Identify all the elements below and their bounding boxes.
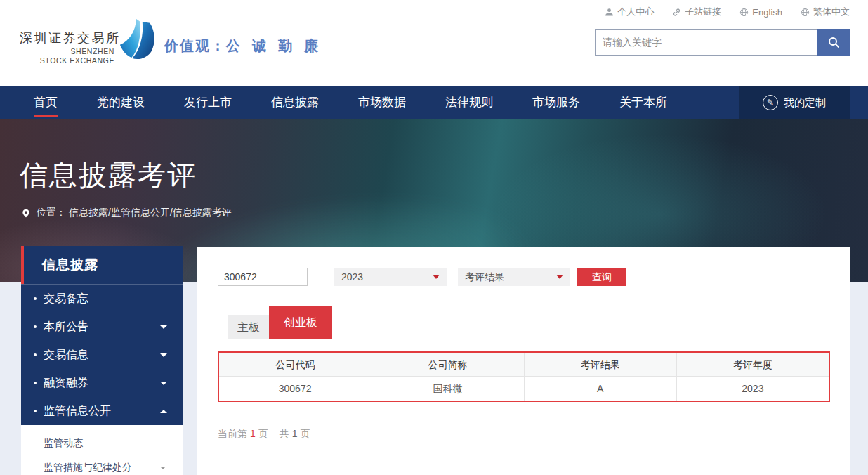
bullet-icon <box>34 410 37 412</box>
table-header-cell: 考评结果 <box>524 353 676 377</box>
table-cell: 300672 <box>219 377 371 401</box>
sidebar-item[interactable]: 本所公告 <box>21 313 183 341</box>
chevron-down-icon <box>160 325 167 329</box>
sidebar-item[interactable]: 监管信息公开 <box>21 397 183 425</box>
top-link-label: 繁体中文 <box>813 6 850 18</box>
sidebar-menu: 交易备忘本所公告交易信息融资融券监管信息公开 <box>21 284 183 425</box>
table-cell: 2023 <box>676 377 829 401</box>
top-link[interactable]: 个人中心 <box>605 6 654 18</box>
chevron-up-icon <box>160 410 167 413</box>
magnifier-icon <box>827 36 840 48</box>
result-table: 公司代码公司简称考评结果考评年度 300672国科微A2023 <box>218 351 830 402</box>
top-link-label: 个人中心 <box>617 6 654 18</box>
nav-item[interactable]: 市场数据 <box>358 86 406 119</box>
logo-en-line2: STOCK EXCHANGE <box>6 56 114 65</box>
site-search <box>595 29 850 56</box>
content-panel: 2023 考评结果 查询 公司代码公司简称考评结果考评年度 300672国科微A… <box>197 247 850 475</box>
search-button[interactable] <box>817 29 850 56</box>
pagination: 当前第1页共1页 <box>218 428 313 441</box>
sidebar: 信息披露 交易备忘本所公告交易信息融资融券监管信息公开 监管动态监管措施与纪律处… <box>21 246 183 475</box>
table-row: 300672国科微A2023 <box>219 377 829 401</box>
sidebar-subitem-label: 监管措施与纪律处分 <box>44 462 160 474</box>
top-link[interactable]: English <box>739 7 782 18</box>
bullet-icon <box>34 382 37 384</box>
chevron-down-icon <box>160 353 167 357</box>
breadcrumb-path[interactable]: 信息披露/监管信息公开/信息披露考评 <box>69 207 232 219</box>
my-customization-button[interactable]: ✎ 我的定制 <box>739 86 850 119</box>
table-cell: A <box>524 377 676 401</box>
chevron-down-icon <box>556 275 563 279</box>
sidebar-title: 信息披露 <box>21 246 183 284</box>
sidebar-item[interactable]: 交易备忘 <box>21 285 183 313</box>
logo-en-line1: SHENZHEN <box>6 47 114 56</box>
main-nav: 首页党的建设发行上市信息披露市场数据法律规则市场服务关于本所 ✎ 我的定制 <box>0 86 868 119</box>
keyword-search-input[interactable] <box>595 29 817 56</box>
nav-items: 首页党的建设发行上市信息披露市场数据法律规则市场服务关于本所 <box>0 86 868 119</box>
logo-en-text: SHENZHEN STOCK EXCHANGE <box>6 47 114 65</box>
location-pin-icon <box>21 207 31 219</box>
table-header-row: 公司代码公司简称考评结果考评年度 <box>219 353 829 377</box>
company-code-input[interactable] <box>218 268 308 286</box>
top-links: 个人中心子站链接English繁体中文 <box>605 6 850 18</box>
tab-active[interactable]: 创业板 <box>269 306 332 339</box>
customize-pencil-icon: ✎ <box>763 95 778 110</box>
result-select-value: 考评结果 <box>465 271 504 282</box>
sidebar-item[interactable]: 融资融券 <box>21 369 183 397</box>
sidebar-item-label: 监管信息公开 <box>44 404 160 419</box>
bullet-icon <box>34 325 37 328</box>
table-cell: 国科微 <box>371 377 523 401</box>
my-customization-label: 我的定制 <box>784 96 826 110</box>
pagination-text: 共 <box>280 428 289 439</box>
sidebar-subitem[interactable]: 监管动态 <box>21 431 183 455</box>
year-select-value: 2023 <box>341 271 363 282</box>
link-icon <box>672 8 681 17</box>
top-link[interactable]: 子站链接 <box>672 6 721 18</box>
nav-item[interactable]: 市场服务 <box>532 86 580 119</box>
page-title: 信息披露考评 <box>20 156 197 195</box>
current-page-number: 1 <box>250 428 256 439</box>
total-page-number: 1 <box>292 428 298 439</box>
chevron-down-icon <box>433 275 440 279</box>
sidebar-submenu: 监管动态监管措施与纪律处分 <box>21 425 183 475</box>
sidebar-item-label: 本所公告 <box>44 320 160 334</box>
top-link-label: 子站链接 <box>685 6 721 18</box>
nav-item[interactable]: 党的建设 <box>97 86 145 119</box>
bullet-icon <box>34 297 37 300</box>
nav-item[interactable]: 法律规则 <box>445 86 493 119</box>
year-select[interactable]: 2023 <box>334 268 447 286</box>
sidebar-subitem-label: 监管动态 <box>44 437 166 450</box>
pagination-text: 页 <box>258 428 268 439</box>
globe-icon <box>739 8 749 17</box>
pagination-text: 页 <box>301 428 310 439</box>
breadcrumb: 位置：信息披露/监管信息公开/信息披露考评 <box>21 207 232 219</box>
sidebar-item[interactable]: 交易信息 <box>21 341 183 369</box>
breadcrumb-label: 位置： <box>37 207 66 219</box>
bullet-icon <box>34 353 37 356</box>
top-link-label: English <box>752 7 782 18</box>
values-tagline: 价值观：公 诚 勤 廉 <box>164 37 320 56</box>
pagination-text: 当前第 <box>218 428 247 439</box>
user-icon <box>605 8 614 17</box>
sidebar-subitem[interactable]: 监管措施与纪律处分 <box>21 455 183 475</box>
table-header-cell: 考评年度 <box>676 353 829 377</box>
sse-logo-icon[interactable] <box>118 17 157 65</box>
table-header-cell: 公司代码 <box>219 353 371 377</box>
nav-item[interactable]: 首页 <box>34 86 58 119</box>
result-select[interactable]: 考评结果 <box>458 268 570 286</box>
top-header: 深圳证券交易所 SHENZHEN STOCK EXCHANGE 价值观：公 诚 … <box>0 0 868 86</box>
sidebar-item-label: 融资融券 <box>44 376 160 391</box>
sidebar-item-label: 交易信息 <box>44 348 160 363</box>
page: 深圳证券交易所 SHENZHEN STOCK EXCHANGE 价值观：公 诚 … <box>0 0 868 475</box>
nav-item[interactable]: 关于本所 <box>619 86 667 119</box>
tab-inactive[interactable]: 主板 <box>228 315 269 339</box>
top-link[interactable]: 繁体中文 <box>801 6 850 18</box>
nav-item[interactable]: 发行上市 <box>184 86 232 119</box>
table-body: 300672国科微A2023 <box>219 377 829 401</box>
nav-item[interactable]: 信息披露 <box>271 86 319 119</box>
table-header-cell: 公司简称 <box>371 353 523 377</box>
logo-cn-text[interactable]: 深圳证券交易所 <box>20 30 121 46</box>
chevron-down-icon <box>160 382 167 385</box>
sidebar-item-label: 交易备忘 <box>44 292 167 306</box>
query-button[interactable]: 查询 <box>577 268 626 286</box>
globe-icon <box>801 8 810 17</box>
